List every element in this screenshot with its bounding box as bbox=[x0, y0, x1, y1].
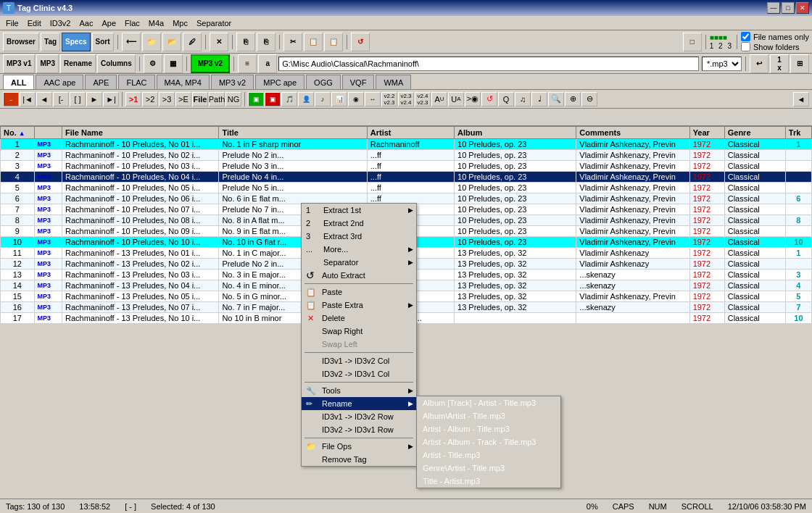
close-button[interactable]: ✕ bbox=[796, 2, 809, 14]
icon-chart[interactable]: 📊 bbox=[331, 92, 347, 107]
barcode-btn[interactable]: ▦ bbox=[164, 54, 183, 73]
icon-v23[interactable]: v2.3v2.4 bbox=[398, 92, 414, 107]
toolbar-paste2-btn[interactable]: 📋 bbox=[324, 33, 343, 51]
icon-ua[interactable]: UA bbox=[448, 92, 464, 107]
menu-ape[interactable]: Ape bbox=[97, 17, 120, 29]
rename-option-5[interactable]: Artist - Title.mp3 bbox=[417, 449, 560, 462]
menu-mpc[interactable]: Mpc bbox=[168, 17, 192, 29]
header-type[interactable] bbox=[34, 127, 62, 139]
sort-tab[interactable]: Sort bbox=[92, 33, 114, 51]
tab-all[interactable]: ALL bbox=[3, 75, 34, 89]
ctx-paste-extra[interactable]: 📋 Paste Extra ▶ bbox=[302, 299, 416, 312]
menu-separator[interactable]: Separator bbox=[192, 17, 236, 29]
icon-go1[interactable]: >1 bbox=[125, 92, 141, 107]
tab-mp3v2[interactable]: MP3 v2 bbox=[211, 75, 254, 89]
tab-ogg[interactable]: OGG bbox=[306, 75, 341, 89]
ctx-id3v2-to-id3v1-row[interactable]: ID3v2 -> ID3v1 Row bbox=[302, 423, 416, 436]
icon-minus[interactable]: - bbox=[3, 92, 19, 107]
icon-q[interactable]: Q bbox=[498, 92, 514, 107]
icon-file[interactable]: File bbox=[192, 92, 208, 107]
icon-arrows2[interactable]: >◉ bbox=[465, 92, 481, 107]
toolbar-x-btn[interactable]: ✕ bbox=[210, 33, 228, 51]
icon-minus2[interactable]: [- bbox=[53, 92, 69, 107]
icon-green1[interactable]: ▣ bbox=[248, 92, 264, 107]
rename-option-4[interactable]: Artist - Album - Track - Title.mp3 bbox=[417, 435, 560, 449]
minimize-button[interactable]: — bbox=[767, 2, 780, 14]
icon-arrows[interactable]: ↔ bbox=[365, 92, 381, 107]
tab-mpc-ape[interactable]: MPC ape bbox=[255, 75, 304, 89]
icon-left2[interactable]: ◄ bbox=[36, 92, 52, 107]
icon-brackets[interactable]: [ ] bbox=[70, 92, 86, 107]
ctx-id3v2-to-id3v1-col[interactable]: ID3v2 -> ID3v1 Col bbox=[302, 367, 416, 380]
mp3v2-btn[interactable]: MP3 v2 bbox=[191, 54, 230, 73]
tab-vqf[interactable]: VQF bbox=[342, 75, 375, 89]
icon-go3[interactable]: >3 bbox=[159, 92, 175, 107]
header-year[interactable]: Year bbox=[689, 127, 724, 139]
file-names-only-checkbox[interactable] bbox=[741, 32, 750, 41]
header-genre[interactable]: Genre bbox=[724, 127, 785, 139]
table-row[interactable]: 5 MP3 Rachmaninoff - 10 Preludes, No 05 … bbox=[1, 183, 812, 193]
tab-aac-ape[interactable]: AAC ape bbox=[36, 75, 83, 89]
menu-m4a[interactable]: M4a bbox=[144, 17, 168, 29]
icon-music[interactable]: ♪ bbox=[315, 92, 331, 107]
icon-left[interactable]: |◄ bbox=[20, 92, 36, 107]
icon-zoomin[interactable]: ⊕ bbox=[565, 92, 581, 107]
header-comments[interactable]: Comments bbox=[576, 127, 689, 139]
toolbar-cut-btn[interactable]: ✂ bbox=[283, 33, 302, 51]
table-row[interactable]: 1 MP3 Rachmaninoff - 10 Preludes, No 01 … bbox=[1, 139, 812, 150]
zoom-btn[interactable]: ⊞ bbox=[790, 54, 809, 73]
icon-go2[interactable]: >2 bbox=[142, 92, 158, 107]
toolbar-refresh-btn[interactable]: ↺ bbox=[351, 33, 370, 51]
menu-edit[interactable]: Edit bbox=[23, 17, 46, 29]
icon-v22[interactable]: v2.2v2.3 bbox=[381, 92, 397, 107]
table-row[interactable]: 2 MP3 Rachmaninoff - 10 Preludes, No 02 … bbox=[1, 150, 812, 161]
icon-magnify[interactable]: 🔍 bbox=[548, 92, 564, 107]
icon-ng[interactable]: NG bbox=[225, 92, 241, 107]
rename-tab[interactable]: Rename bbox=[60, 54, 96, 73]
undo-btn[interactable]: ↩ bbox=[750, 54, 768, 73]
rename-option-2[interactable]: Album\Artist - Title.mp3 bbox=[417, 409, 560, 422]
header-trk[interactable]: Trk bbox=[785, 127, 811, 139]
gear-btn[interactable]: ⚙ bbox=[144, 54, 162, 73]
menu-file[interactable]: File bbox=[1, 17, 23, 29]
ctx-delete[interactable]: ✕ Delete bbox=[302, 312, 416, 325]
icon-right2[interactable]: ►| bbox=[103, 92, 119, 107]
list-btn[interactable]: ≡ bbox=[238, 54, 257, 73]
icon-person[interactable]: 👤 bbox=[298, 92, 314, 107]
ctx-auto-extract[interactable]: ↺ Auto Extract bbox=[302, 269, 416, 282]
tab-m4a-mp4[interactable]: M4A, MP4 bbox=[157, 75, 210, 89]
ctx-remove-tag[interactable]: Remove Tag bbox=[302, 453, 416, 466]
tab-ape[interactable]: APE bbox=[85, 75, 117, 89]
icon-right[interactable]: ► bbox=[86, 92, 102, 107]
tab-wma[interactable]: WMA bbox=[376, 75, 411, 89]
table-row[interactable]: 3 MP3 Rachmaninoff - 10 Preludes, No 03 … bbox=[1, 161, 812, 172]
ctx-rename[interactable]: ✏ Rename ▶ Album [Track] - Artist - Titl… bbox=[302, 397, 416, 410]
ctx-id3v1-to-id3v2-col[interactable]: ID3v1 -> ID3v2 Col bbox=[302, 354, 416, 367]
ctx-tools[interactable]: 🔧 Tools ▶ bbox=[302, 384, 416, 397]
menu-aac[interactable]: Aac bbox=[75, 17, 97, 29]
specs-tab[interactable]: Specs bbox=[62, 33, 90, 51]
toolbar-paste-btn[interactable]: 📋 bbox=[304, 33, 323, 51]
ctx-extract-3rd[interactable]: 3 Extract 3rd bbox=[302, 230, 416, 243]
show-folders-checkbox[interactable] bbox=[741, 42, 750, 51]
icon-goe[interactable]: >E bbox=[175, 92, 191, 107]
table-row[interactable]: 4 MP3 Rachmaninoff - 10 Preludes, No 04 … bbox=[1, 172, 812, 183]
menu-flac[interactable]: Flac bbox=[120, 17, 144, 29]
icon-au[interactable]: AU bbox=[431, 92, 447, 107]
path-input[interactable] bbox=[278, 57, 699, 71]
ctx-extract-1st[interactable]: 1 Extract 1st ▶ bbox=[302, 204, 416, 217]
columns-tab[interactable]: Columns bbox=[97, 54, 136, 73]
ctx-file-ops[interactable]: 📁 File Ops ▶ bbox=[302, 440, 416, 453]
ctx-swap-right[interactable]: Swap Right bbox=[302, 325, 416, 338]
mp3-tab[interactable]: MP3 bbox=[36, 54, 59, 73]
ctx-separator-item[interactable]: Separator ▶ bbox=[302, 256, 416, 269]
icon-tag1[interactable]: 🎵 bbox=[281, 92, 297, 107]
icon-note2[interactable]: ♩ bbox=[531, 92, 547, 107]
toolbar-folder-btn[interactable]: 📁 bbox=[142, 33, 161, 51]
ctx-paste[interactable]: 📋 Paste bbox=[302, 285, 416, 299]
icon-circle[interactable]: ◉ bbox=[348, 92, 364, 107]
rename-option-7[interactable]: Title - Artist.mp3 bbox=[417, 475, 560, 488]
mp3v1-tab[interactable]: MP3 v1 bbox=[3, 54, 35, 73]
icon-path[interactable]: Path bbox=[209, 92, 225, 107]
rename-option-6[interactable]: Genre\Artist - Title.mp3 bbox=[417, 462, 560, 475]
